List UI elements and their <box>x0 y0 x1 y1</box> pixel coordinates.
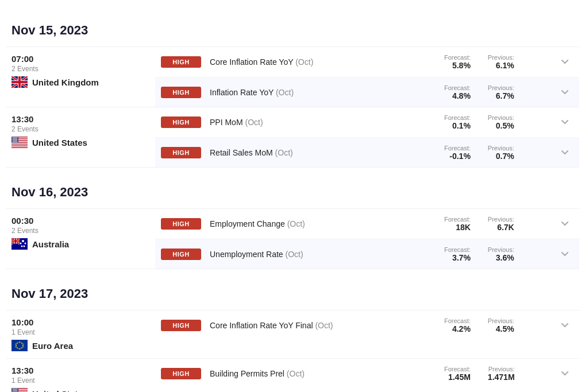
svg-point-67 <box>14 390 15 391</box>
chevron-down-icon[interactable] <box>556 252 574 257</box>
country-row: United Kingdom <box>11 76 149 88</box>
event-group-0-1: 13:302 Events <box>6 107 579 168</box>
previous-block: Previous:1.471M <box>488 366 515 382</box>
svg-point-28 <box>13 142 14 143</box>
svg-point-30 <box>16 142 17 143</box>
previous-label: Previous: <box>488 317 514 324</box>
svg-point-12 <box>16 137 17 138</box>
event-group-2-0: 10:001 Event Euro AreaHIGHCore Inflation… <box>6 310 579 358</box>
svg-point-36 <box>24 246 25 247</box>
country-name: Euro Area <box>32 341 73 351</box>
svg-point-71 <box>13 391 14 392</box>
event-row[interactable]: HIGHRetail Sales MoM (Oct)Forecast:-0.1%… <box>155 137 579 167</box>
events-count: 1 Event <box>11 377 149 385</box>
event-group-1-0: 00:302 Events AustraliaHIGHEmployment Ch… <box>6 208 579 269</box>
country-row: United States <box>11 137 149 148</box>
calendar-page: Nov 15, 202307:002 Events United Kingdom… <box>0 0 585 392</box>
time-country-col: 10:001 Event Euro Area <box>6 311 155 358</box>
forecast-block: Forecast:1.45M <box>444 366 471 382</box>
svg-point-18 <box>12 139 13 141</box>
chevron-down-icon[interactable] <box>556 90 574 95</box>
previous-label: Previous: <box>488 84 514 91</box>
event-row[interactable]: HIGHUnemployment Rate (Oct)Forecast:3.7%… <box>155 239 579 269</box>
svg-point-49 <box>15 344 16 345</box>
time-country-col: 00:302 Events Australia <box>6 209 155 269</box>
event-row[interactable]: HIGHInflation Rate YoY (Oct)Forecast:4.8… <box>155 77 579 107</box>
high-badge: HIGH <box>161 368 201 379</box>
svg-point-13 <box>17 137 18 138</box>
day-section-1: Nov 16, 202300:302 Events AustraliaHIGHE… <box>6 173 579 269</box>
previous-label: Previous: <box>488 216 514 223</box>
country-name: United Kingdom <box>32 77 99 87</box>
previous-block: Previous:6.7K <box>488 216 514 232</box>
event-time: 10:00 <box>11 317 149 327</box>
previous-value: 4.5% <box>496 324 514 333</box>
svg-point-27 <box>12 142 13 143</box>
flag-us <box>11 388 28 392</box>
high-badge: HIGH <box>161 147 201 158</box>
previous-value: 6.7K <box>497 223 514 232</box>
svg-point-65 <box>17 389 18 390</box>
event-row[interactable]: HIGHCore Inflation Rate YoY Final (Oct)F… <box>155 311 579 340</box>
event-row[interactable]: HIGHEmployment Change (Oct)Forecast:18KP… <box>155 209 579 239</box>
svg-rect-5 <box>11 143 28 144</box>
forecast-label: Forecast: <box>444 246 471 253</box>
event-row[interactable]: HIGHBuilding Permits Prel (Oct)Forecast:… <box>155 359 579 389</box>
svg-rect-6 <box>11 145 28 146</box>
day-section-2: Nov 17, 202310:001 Event Euro AreaHIGHCo… <box>6 275 579 392</box>
svg-point-62 <box>13 389 14 390</box>
svg-point-64 <box>16 389 17 390</box>
svg-point-20 <box>14 139 16 141</box>
previous-label: Previous: <box>488 145 514 152</box>
svg-point-41 <box>19 341 20 343</box>
chevron-down-icon[interactable] <box>556 323 574 328</box>
event-time: 13:30 <box>11 114 149 124</box>
events-col: HIGHCore Inflation Rate YoY (Oct)Forecas… <box>155 47 579 107</box>
high-badge: HIGH <box>161 249 201 260</box>
previous-block: Previous:0.7% <box>488 145 514 161</box>
svg-point-29 <box>14 142 16 143</box>
flag-au <box>11 238 28 250</box>
svg-point-25 <box>15 141 16 142</box>
forecast-previous-block: Forecast:3.7%Previous:3.6% <box>444 246 548 262</box>
event-row[interactable]: HIGHPPI MoM (Oct)Forecast:0.1%Previous:0… <box>155 107 579 137</box>
forecast-previous-block: Forecast:18KPrevious:6.7K <box>444 216 548 232</box>
previous-value: 0.5% <box>496 121 514 130</box>
svg-point-43 <box>16 345 17 346</box>
chevron-down-icon[interactable] <box>556 371 574 376</box>
event-name: Retail Sales MoM (Oct) <box>210 148 436 157</box>
events-col: HIGHCore Inflation Rate YoY Final (Oct)F… <box>155 311 579 358</box>
svg-point-70 <box>12 391 13 392</box>
chevron-down-icon[interactable] <box>556 60 574 64</box>
forecast-label: Forecast: <box>444 114 471 121</box>
chevron-down-icon[interactable] <box>556 150 574 155</box>
svg-point-31 <box>17 142 18 143</box>
previous-value: 1.471M <box>488 372 515 382</box>
events-count: 1 Event <box>11 328 149 336</box>
events-col: HIGHPPI MoM (Oct)Forecast:0.1%Previous:0… <box>155 107 579 167</box>
forecast-label: Forecast: <box>444 317 471 324</box>
forecast-block: Forecast:0.1% <box>444 114 471 130</box>
event-row[interactable]: HIGHCore Inflation Rate YoY (Oct)Forecas… <box>155 47 579 77</box>
events-count: 2 Events <box>11 65 149 73</box>
svg-point-16 <box>15 138 16 139</box>
svg-point-48 <box>21 347 22 348</box>
svg-point-17 <box>16 138 17 139</box>
high-badge: HIGH <box>161 56 201 68</box>
svg-rect-7 <box>11 146 28 148</box>
forecast-label: Forecast: <box>444 54 471 61</box>
svg-point-11 <box>14 137 16 138</box>
previous-block: Previous:4.5% <box>488 317 514 333</box>
svg-point-74 <box>17 391 18 392</box>
forecast-value: 3.7% <box>452 253 471 262</box>
chevron-down-icon[interactable] <box>556 120 574 125</box>
svg-point-9 <box>12 137 13 138</box>
country-name: United States <box>32 389 87 393</box>
svg-point-52 <box>23 347 24 348</box>
high-badge: HIGH <box>161 320 201 331</box>
forecast-value: 5.8% <box>452 61 471 70</box>
svg-point-46 <box>21 343 22 344</box>
previous-block: Previous:3.6% <box>488 246 514 262</box>
event-time: 00:30 <box>11 216 149 226</box>
chevron-down-icon[interactable] <box>556 222 574 226</box>
